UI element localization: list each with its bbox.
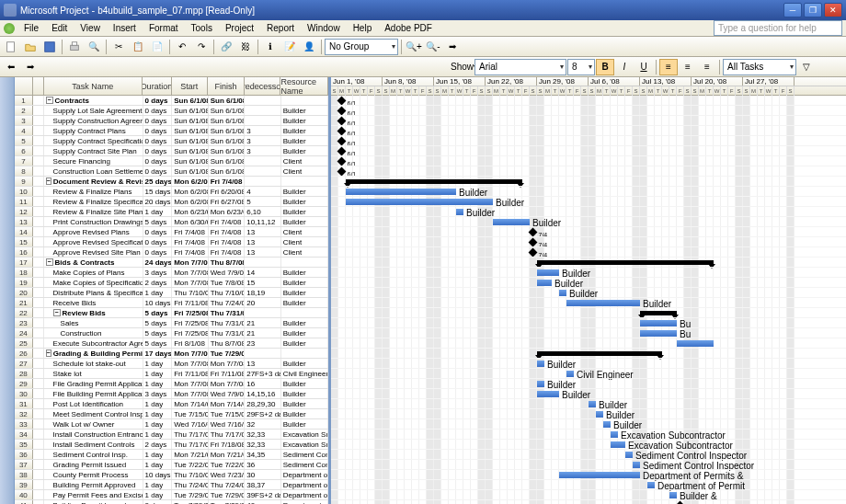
menu-format[interactable]: Format xyxy=(143,22,184,34)
table-row[interactable]: 31Post Lot Identification1 dayMon 7/14/0… xyxy=(15,399,328,409)
table-row[interactable]: 17−Bids & Contracts24 daysMon 7/7/08Thu … xyxy=(15,258,328,268)
new-button[interactable] xyxy=(2,39,20,55)
minimize-button[interactable]: ─ xyxy=(783,3,802,17)
gantt-body[interactable]: 6/16/16/16/16/16/16/16/1BuilderBuilderBu… xyxy=(331,96,846,504)
view-bar[interactable] xyxy=(0,77,15,504)
print-preview-button[interactable]: 🔍 xyxy=(85,39,103,55)
font-combo[interactable]: Arial xyxy=(474,59,566,75)
menu-edit[interactable]: Edit xyxy=(46,22,73,34)
redo-button[interactable]: ↷ xyxy=(192,39,211,55)
table-row[interactable]: 4Supply Contract Plans0 daysSun 6/1/08Su… xyxy=(15,126,328,136)
underline-button[interactable]: U xyxy=(634,59,653,75)
table-row[interactable]: 18Make Copies of Plans3 daysMon 7/7/08We… xyxy=(15,268,328,278)
goto-button[interactable]: ➡ xyxy=(443,39,462,55)
grid-rows[interactable]: 1−Contracts0 daysSun 6/1/08Sun 6/1/082Su… xyxy=(15,96,328,504)
table-row[interactable]: 15Approve Revised Specifications0 daysFr… xyxy=(15,237,328,247)
table-row[interactable]: 39Building Permit Approved1 dayThu 7/24/… xyxy=(15,480,328,490)
align-center-button[interactable]: ≡ xyxy=(679,59,697,75)
table-row[interactable]: 5Supply Contract Specifications0 daysSun… xyxy=(15,136,328,146)
gantt-chart[interactable]: Jun 1, '08Jun 8, '08Jun 15, '08Jun 22, '… xyxy=(331,77,846,504)
maximize-button[interactable]: ❐ xyxy=(804,3,822,17)
table-row[interactable]: 23Sales5 daysFri 7/25/08Thu 7/31/0821Bui… xyxy=(15,318,328,328)
info-button[interactable]: ℹ xyxy=(261,39,280,55)
table-row[interactable]: 9−Document Review & Revision25 daysMon 6… xyxy=(15,177,328,187)
table-row[interactable]: 27Schedule lot stake-out1 dayMon 7/7/08M… xyxy=(15,359,328,369)
col-dur[interactable]: Duration xyxy=(143,77,172,95)
table-row[interactable]: 19Make Copies of Specifications2 daysMon… xyxy=(15,278,328,288)
col-res[interactable]: Resource Name xyxy=(280,77,328,95)
zoom-out-button[interactable]: 🔍- xyxy=(424,39,442,55)
table-row[interactable]: 41Building Permit Issued0 daysTue 7/29/0… xyxy=(15,500,328,504)
align-left-button[interactable]: ≡ xyxy=(659,59,678,75)
autofilter-button[interactable]: ▽ xyxy=(797,59,816,75)
table-row[interactable]: 11Review & Finalize Specifications20 day… xyxy=(15,197,328,207)
table-row[interactable]: 12Review & Finalize Site Plan1 dayMon 6/… xyxy=(15,207,328,217)
table-row[interactable]: 32Meet Sediment Control Inspector1 dayTu… xyxy=(15,409,328,419)
table-row[interactable]: 21Receive Bids10 daysFri 7/11/08Thu 7/24… xyxy=(15,298,328,308)
group-combo[interactable]: No Group xyxy=(325,39,398,55)
table-row[interactable]: 29File Grading Permit Application1 dayMo… xyxy=(15,379,328,389)
outdent-button[interactable]: ⬅ xyxy=(2,59,20,75)
table-row[interactable]: 6Supply Contract Site Plan0 daysSun 6/1/… xyxy=(15,146,328,156)
table-row[interactable]: 1−Contracts0 daysSun 6/1/08Sun 6/1/08 xyxy=(15,96,328,106)
paste-button[interactable]: 📄 xyxy=(148,39,166,55)
print-button[interactable] xyxy=(65,39,84,55)
table-row[interactable]: 14Approve Revised Plans0 daysFri 7/4/08F… xyxy=(15,227,328,237)
align-right-button[interactable]: ≡ xyxy=(698,59,716,75)
table-row[interactable]: 20Distribute Plans & Specifications1 day… xyxy=(15,288,328,298)
close-button[interactable]: ✕ xyxy=(824,3,842,17)
link-button[interactable]: 🔗 xyxy=(217,39,235,55)
menu-file[interactable]: File xyxy=(18,22,44,34)
menu-report[interactable]: Report xyxy=(261,22,300,34)
table-row[interactable]: 3Supply Construction Agreement0 daysSun … xyxy=(15,116,328,126)
table-row[interactable]: 13Print Construction Drawings5 daysMon 6… xyxy=(15,217,328,227)
notes-button[interactable]: 📝 xyxy=(280,39,299,55)
table-row[interactable]: 25Execute Subcontractor Agreements5 days… xyxy=(15,338,328,349)
col-ind[interactable] xyxy=(33,77,44,95)
copy-button[interactable]: 📋 xyxy=(129,39,147,55)
table-row[interactable]: 22−Review Bids5 daysFri 7/25/08Thu 7/31/… xyxy=(15,308,328,318)
bold-button[interactable]: B xyxy=(596,59,614,75)
menu-insert[interactable]: Insert xyxy=(108,22,142,34)
table-row[interactable]: 36Sediment Control Insp.1 dayMon 7/21/08… xyxy=(15,450,328,460)
menu-project[interactable]: Project xyxy=(220,22,259,34)
menu-adobe-pdf[interactable]: Adobe PDF xyxy=(379,22,438,34)
italic-button[interactable]: I xyxy=(615,59,634,75)
help-search[interactable]: Type a question for help xyxy=(714,20,842,36)
show-button[interactable]: Show▾ xyxy=(455,59,474,75)
zoom-in-button[interactable]: 🔍+ xyxy=(405,39,423,55)
table-row[interactable]: 34Install Construction Entrance1 dayThu … xyxy=(15,430,328,440)
table-row[interactable]: 7Secure Financing0 daysSun 6/1/08Sun 6/1… xyxy=(15,156,328,166)
table-row[interactable]: 30File Building Permit Application3 days… xyxy=(15,389,328,399)
col-start[interactable]: Start xyxy=(172,77,209,95)
filter-combo[interactable]: All Tasks xyxy=(723,59,796,75)
assign-button[interactable]: 👤 xyxy=(300,39,318,55)
table-row[interactable]: 24Construction5 daysFri 7/25/08Thu 7/31/… xyxy=(15,328,328,338)
task-grid[interactable]: Task NameDurationStartFinishPredecessors… xyxy=(15,77,331,504)
table-row[interactable]: 33Walk Lot w/ Owner1 dayWed 7/16/08Wed 7… xyxy=(15,419,328,430)
cut-button[interactable]: ✂ xyxy=(109,39,128,55)
menu-help[interactable]: Help xyxy=(348,22,378,34)
indent-button[interactable]: ➡ xyxy=(21,59,40,75)
table-row[interactable]: 10Review & Finalize Plans15 daysMon 6/2/… xyxy=(15,187,328,197)
table-row[interactable]: 38County Permit Process10 daysThu 7/10/0… xyxy=(15,470,328,480)
table-row[interactable]: 37Grading Permit Issued1 dayTue 7/22/08T… xyxy=(15,460,328,470)
save-button[interactable] xyxy=(40,39,59,55)
undo-button[interactable]: ↶ xyxy=(173,39,191,55)
unlink-button[interactable]: ⛓ xyxy=(236,39,255,55)
table-row[interactable]: 40Pay Permit Fees and Excise Taxes1 dayT… xyxy=(15,490,328,500)
open-button[interactable] xyxy=(21,39,40,55)
col-pred[interactable]: Predecessors xyxy=(245,77,281,95)
col-id[interactable] xyxy=(15,77,33,95)
table-row[interactable]: 8Construction Loan Settlement0 daysSun 6… xyxy=(15,166,328,177)
table-row[interactable]: 2Supply Lot Sale Agreement0 daysSun 6/1/… xyxy=(15,106,328,116)
table-row[interactable]: 28Stake lot1 dayFri 7/11/08Fri 7/11/0827… xyxy=(15,369,328,379)
table-row[interactable]: 16Approve Revised Site Plan0 daysFri 7/4… xyxy=(15,247,328,258)
col-finish[interactable]: Finish xyxy=(208,77,245,95)
table-row[interactable]: 35Install Sediment Controls2 daysThu 7/1… xyxy=(15,440,328,450)
table-row[interactable]: 26−Grading & Building Permits17 daysMon … xyxy=(15,349,328,359)
menu-view[interactable]: View xyxy=(74,22,106,34)
fontsize-combo[interactable]: 8 xyxy=(567,59,595,75)
col-task[interactable]: Task Name xyxy=(44,77,143,95)
menu-window[interactable]: Window xyxy=(302,22,346,34)
